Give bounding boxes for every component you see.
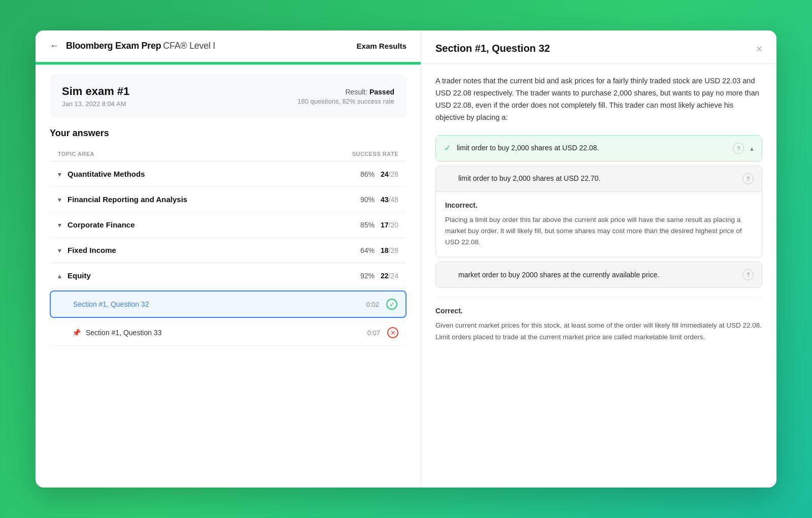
topic-right: 86% 24/28 bbox=[353, 170, 398, 178]
explanation-text-b: Placing a limit buy order this far above… bbox=[445, 214, 753, 248]
progress-bar-fill bbox=[36, 62, 421, 64]
topic-left: ▾ Quantitative Methods bbox=[58, 170, 145, 178]
sub-item-name: Section #1, Question 33 bbox=[86, 329, 161, 337]
correct-explanation-text: Given current market prices for this sto… bbox=[435, 320, 762, 343]
right-panel: Section #1, Question 32 × A trader notes… bbox=[421, 30, 776, 488]
answer-text-a: limit order to buy 2,000 shares at USD 2… bbox=[457, 143, 727, 153]
answer-option-c[interactable]: market order to buy 2000 shares at the c… bbox=[435, 262, 762, 288]
answer-text-b: limit order to buy 2,000 shares at USD 2… bbox=[458, 173, 736, 184]
chevron-down-icon: ▾ bbox=[58, 221, 61, 229]
help-icon-c[interactable]: ? bbox=[742, 269, 754, 280]
topic-row-equity[interactable]: ▴ Equity 92% 22/24 bbox=[50, 263, 407, 288]
exam-info-left: Sim exam #1 Jan 13, 2022 8:04 AM bbox=[62, 85, 129, 108]
back-button[interactable]: ← bbox=[50, 41, 59, 51]
topic-row-fixed[interactable]: ▾ Fixed Income 64% 18/28 bbox=[50, 238, 407, 263]
chevron-up-icon: ▴ bbox=[58, 272, 61, 280]
answers-section: Your answers TOPIC AREA SUCCESS RATE ▾ Q… bbox=[36, 128, 421, 488]
check-icon: ✓ bbox=[444, 143, 451, 153]
success-pct: 92% bbox=[353, 272, 375, 280]
topic-name: Corporate Finance bbox=[67, 220, 135, 229]
right-content: A trader notes that the current bid and … bbox=[421, 64, 776, 488]
topic-name: Equity bbox=[67, 271, 91, 280]
correct-icon: ✓ bbox=[386, 299, 397, 310]
score-fraction: 17/20 bbox=[381, 221, 398, 229]
sub-item-left: 📌 Section #1, Question 33 bbox=[72, 329, 161, 337]
topic-right: 64% 18/28 bbox=[353, 246, 398, 254]
help-icon-a[interactable]: ? bbox=[733, 143, 744, 154]
sub-item-left: Section #1, Question 32 bbox=[73, 300, 149, 308]
close-button[interactable]: × bbox=[756, 44, 762, 54]
page-title: Exam Results bbox=[357, 42, 407, 50]
success-pct: 86% bbox=[353, 170, 375, 178]
table-header: TOPIC AREA SUCCESS RATE bbox=[50, 147, 407, 161]
right-panel-title: Section #1, Question 32 bbox=[435, 43, 550, 54]
right-header: Section #1, Question 32 × bbox=[421, 30, 776, 64]
pin-icon: 📌 bbox=[72, 329, 81, 337]
brand-name: Bloomberg Exam PrepCFA® Level I bbox=[66, 41, 215, 51]
result-stats: 180 questions, 82% success rate bbox=[297, 98, 394, 105]
sub-item-time: 0:07 bbox=[367, 329, 380, 337]
score-fraction: 22/24 bbox=[381, 272, 398, 280]
topic-row-quantitative[interactable]: ▾ Quantitative Methods 86% 24/28 bbox=[50, 161, 407, 187]
chevron-up-icon: ▴ bbox=[750, 144, 754, 152]
answers-title: Your answers bbox=[50, 128, 407, 139]
main-container: ← Bloomberg Exam PrepCFA® Level I Exam R… bbox=[36, 30, 776, 488]
correct-label: Correct. bbox=[435, 307, 762, 315]
topic-name: Financial Reporting and Analysis bbox=[67, 195, 187, 204]
sub-item-selected[interactable]: Section #1, Question 32 0:02 ✓ bbox=[50, 290, 407, 318]
sub-item-right: 0:02 ✓ bbox=[366, 299, 397, 310]
answer-option-c-header[interactable]: market order to buy 2000 shares at the c… bbox=[435, 262, 762, 288]
topic-right: 90% 43/48 bbox=[353, 196, 398, 204]
correct-section: Correct. Given current market prices for… bbox=[435, 297, 762, 343]
result-label: Result: Passed bbox=[297, 88, 394, 96]
left-panel: ← Bloomberg Exam PrepCFA® Level I Exam R… bbox=[36, 30, 421, 488]
progress-bar-container bbox=[36, 62, 421, 64]
topic-name: Fixed Income bbox=[67, 246, 116, 254]
exam-result-right: Result: Passed 180 questions, 82% succes… bbox=[297, 88, 394, 105]
chevron-down-icon: ▾ bbox=[58, 170, 61, 178]
sub-item-plain[interactable]: 📌 Section #1, Question 33 0:07 ✕ bbox=[50, 320, 407, 346]
answer-text-c: market order to buy 2000 shares at the c… bbox=[458, 270, 736, 280]
topic-left: ▾ Corporate Finance bbox=[58, 220, 135, 229]
exam-date: Jan 13, 2022 8:04 AM bbox=[62, 100, 129, 108]
topic-left: ▴ Equity bbox=[58, 271, 91, 280]
topic-right: 92% 22/24 bbox=[353, 272, 398, 280]
answer-option-b-header[interactable]: limit order to buy 2,000 shares at USD 2… bbox=[435, 166, 762, 192]
topic-left: ▾ Financial Reporting and Analysis bbox=[58, 195, 187, 204]
explanation-panel-b: Incorrect. Placing a limit buy order thi… bbox=[435, 192, 762, 258]
chevron-down-icon: ▾ bbox=[58, 196, 61, 204]
topic-left: ▾ Fixed Income bbox=[58, 246, 116, 254]
success-pct: 85% bbox=[353, 221, 375, 229]
score-fraction: 18/28 bbox=[381, 246, 398, 254]
exam-title: Sim exam #1 bbox=[62, 85, 129, 98]
sub-item-time: 0:02 bbox=[366, 301, 379, 308]
col-topic-label: TOPIC AREA bbox=[58, 151, 94, 157]
success-pct: 90% bbox=[353, 196, 375, 204]
header-left: ← Bloomberg Exam PrepCFA® Level I bbox=[50, 41, 215, 51]
topic-row-financial[interactable]: ▾ Financial Reporting and Analysis 90% 4… bbox=[50, 187, 407, 212]
answer-option-b[interactable]: limit order to buy 2,000 shares at USD 2… bbox=[435, 166, 762, 258]
score-fraction: 24/28 bbox=[381, 170, 398, 178]
topic-row-corporate[interactable]: ▾ Corporate Finance 85% 17/20 bbox=[50, 212, 407, 238]
exam-info-card: Sim exam #1 Jan 13, 2022 8:04 AM Result:… bbox=[50, 75, 407, 118]
col-success-label: SUCCESS RATE bbox=[352, 151, 398, 157]
incorrect-icon: ✕ bbox=[387, 327, 398, 338]
app-header: ← Bloomberg Exam PrepCFA® Level I Exam R… bbox=[36, 30, 421, 62]
answer-option-a[interactable]: ✓ limit order to buy 2,000 shares at USD… bbox=[435, 135, 762, 161]
chevron-down-icon: ▾ bbox=[58, 246, 61, 254]
sub-item-right: 0:07 ✕ bbox=[367, 327, 398, 338]
topic-name: Quantitative Methods bbox=[67, 170, 145, 178]
sub-item-name: Section #1, Question 32 bbox=[73, 300, 149, 308]
topic-right: 85% 17/20 bbox=[353, 221, 398, 229]
score-fraction: 43/48 bbox=[381, 196, 398, 204]
explanation-incorrect-label: Incorrect. bbox=[445, 201, 753, 209]
success-pct: 64% bbox=[353, 246, 375, 254]
answer-option-a-header[interactable]: ✓ limit order to buy 2,000 shares at USD… bbox=[435, 135, 762, 161]
question-text: A trader notes that the current bid and … bbox=[435, 75, 762, 124]
help-icon-b[interactable]: ? bbox=[742, 173, 754, 184]
